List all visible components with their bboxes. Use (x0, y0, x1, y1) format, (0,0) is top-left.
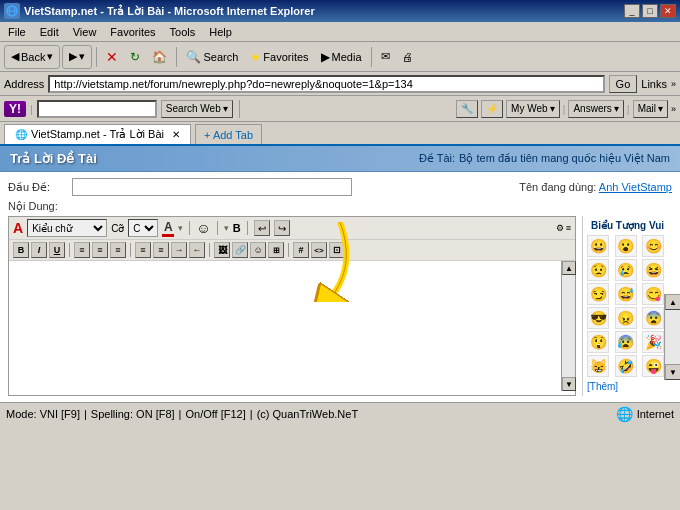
ie-icon (4, 3, 20, 19)
yahoo-myweb-button[interactable]: My Web ▾ (506, 100, 560, 118)
toolbar-separator-3 (371, 47, 372, 67)
add-tab-button[interactable]: + Add Tab (195, 124, 262, 144)
page-header: Trả Lời Đề Tài Đề Tài: Bộ tem đầu tiên m… (0, 146, 680, 172)
yahoo-tool-icon2[interactable]: ⚡ (481, 100, 503, 118)
links-label: Links (641, 78, 667, 90)
favorites-button[interactable]: ★ Favorites (245, 45, 313, 69)
emoji-item[interactable]: 😎 (587, 307, 609, 329)
print-button[interactable]: 🖨 (397, 45, 418, 69)
go-button[interactable]: Go (609, 75, 638, 93)
align-center-button[interactable]: ≡ (92, 242, 108, 258)
redo-button[interactable]: ↪ (274, 220, 290, 236)
emoji-item[interactable]: 😜 (642, 355, 664, 377)
yahoo-search-web-button[interactable]: Search Web ▾ (161, 100, 233, 118)
list-ul-button[interactable]: ≡ (135, 242, 151, 258)
scroll-down-button[interactable]: ▼ (562, 377, 576, 391)
toolbar-separator-2 (176, 47, 177, 67)
emoji-item[interactable]: 😅 (615, 283, 637, 305)
window-scroll-up[interactable]: ▲ (665, 294, 680, 310)
emoji-button[interactable]: ☺ (196, 220, 210, 236)
bold-fmt-button[interactable]: B (13, 242, 29, 258)
misc-button[interactable]: ⊡ (329, 242, 345, 258)
emoji-item[interactable]: 😠 (615, 307, 637, 329)
forward-button[interactable]: ▶ ▾ (62, 45, 92, 69)
status-copyright: (c) QuanTriWeb.NeT (257, 408, 358, 420)
link-button[interactable]: 🔗 (232, 242, 248, 258)
emoji-item[interactable]: 😢 (615, 259, 637, 281)
maximize-button[interactable]: □ (642, 4, 658, 18)
noi-dung-label: Nội Dung: (8, 200, 672, 213)
yahoo-end-expand: » (671, 104, 676, 114)
table-button[interactable]: ⊞ (268, 242, 284, 258)
code-button[interactable]: <> (311, 242, 327, 258)
yahoo-tool-icon1[interactable]: 🔧 (456, 100, 478, 118)
undo-button[interactable]: ↩ (254, 220, 270, 236)
font-color-button[interactable]: A (162, 220, 174, 237)
window-scroll-down[interactable]: ▼ (665, 364, 680, 380)
emoji-item[interactable]: 😋 (642, 283, 664, 305)
align-right-button[interactable]: ≡ (110, 242, 126, 258)
scroll-up-button[interactable]: ▲ (562, 261, 576, 275)
home-button[interactable]: 🏠 (147, 45, 172, 69)
emoji-item[interactable]: 😊 (642, 235, 664, 257)
color-dropdown-icon[interactable]: ▾ (178, 223, 183, 233)
outdent-button[interactable]: ← (189, 242, 205, 258)
yahoo-answers-button[interactable]: Answers ▾ (568, 100, 623, 118)
list-ol-button[interactable]: ≡ (153, 242, 169, 258)
yahoo-search-input[interactable] (37, 100, 157, 118)
editor-body: ▲ ▼ (9, 261, 575, 391)
yahoo-tools: 🔧 ⚡ My Web ▾ | Answers ▾ | Mail ▾ » (456, 100, 676, 118)
emoji-item[interactable]: 😏 (587, 283, 609, 305)
bold-button[interactable]: B (233, 222, 241, 234)
media-button[interactable]: ▶ Media (316, 45, 367, 69)
emoji-item[interactable]: 😆 (642, 259, 664, 281)
emoji-item[interactable]: 🤣 (615, 355, 637, 377)
indent-button[interactable]: → (171, 242, 187, 258)
font-size-select[interactable]: Cỡ (128, 219, 158, 237)
menu-edit[interactable]: Edit (34, 24, 65, 40)
align-left-button[interactable]: ≡ (74, 242, 90, 258)
window-controls[interactable]: _ □ ✕ (624, 4, 676, 18)
emoji-item[interactable]: 🎉 (642, 331, 664, 353)
emoji-item[interactable]: 😟 (587, 259, 609, 281)
menu-favorites[interactable]: Favorites (104, 24, 161, 40)
user-label: Tên đang dùng: (519, 181, 596, 193)
emoji-item[interactable]: 😸 (587, 355, 609, 377)
emoji-item[interactable]: 😲 (587, 331, 609, 353)
status-mode: Mode: VNI [F9] (6, 408, 80, 420)
close-button[interactable]: ✕ (660, 4, 676, 18)
address-input[interactable] (48, 75, 604, 93)
stop-button[interactable]: ✕ (101, 45, 123, 69)
emoji-item[interactable]: 😮 (615, 235, 637, 257)
emoji-item[interactable]: 😀 (587, 235, 609, 257)
emoji-more-link[interactable]: [Thêm] (587, 381, 668, 392)
yahoo-mail-button[interactable]: Mail ▾ (633, 100, 668, 118)
emoji-item[interactable]: 😨 (642, 307, 664, 329)
current-tab[interactable]: 🌐 VietStamp.net - Trả Lời Bài ✕ (4, 124, 191, 144)
menu-view[interactable]: View (67, 24, 103, 40)
tab-close-icon[interactable]: ✕ (172, 129, 180, 140)
italic-fmt-button[interactable]: I (31, 242, 47, 258)
mail-button[interactable]: ✉ (376, 45, 395, 69)
back-button[interactable]: ◀ Back ▾ (4, 45, 60, 69)
address-label: Address (4, 78, 44, 90)
refresh-button[interactable]: ↻ (125, 45, 145, 69)
yahoo-bar-sep (239, 100, 240, 118)
links-expand-icon[interactable]: » (671, 79, 676, 89)
back-dropdown-icon: ▾ (47, 50, 53, 63)
emoticon-button[interactable]: ☺ (250, 242, 266, 258)
mail-dropdown-icon: ▾ (658, 103, 663, 114)
message-textarea[interactable] (9, 261, 561, 391)
font-family-select[interactable]: Kiểu chữ (27, 219, 107, 237)
emoji-item[interactable]: 😰 (615, 331, 637, 353)
image-button[interactable]: 🖼 (214, 242, 230, 258)
minimize-button[interactable]: _ (624, 4, 640, 18)
user-name-link[interactable]: Anh VietStamp (599, 181, 672, 193)
search-button[interactable]: 🔍 Search (181, 45, 243, 69)
menu-file[interactable]: File (2, 24, 32, 40)
underline-fmt-button[interactable]: U (49, 242, 65, 258)
dau-de-input[interactable] (72, 178, 352, 196)
hash-button[interactable]: # (293, 242, 309, 258)
menu-tools[interactable]: Tools (164, 24, 202, 40)
menu-help[interactable]: Help (203, 24, 238, 40)
